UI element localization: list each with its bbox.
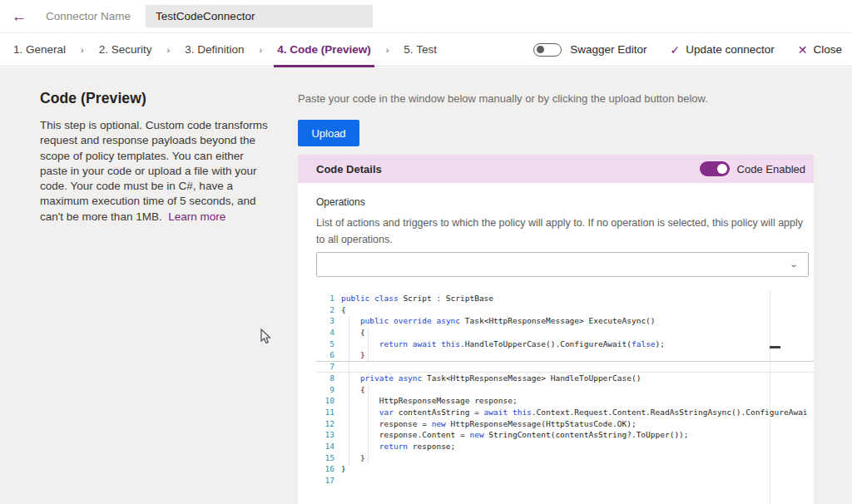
code-line: 3 public override async Task<HttpRespons… [316, 315, 814, 327]
update-connector-button[interactable]: ✓ Update connector [670, 43, 774, 57]
chevron-down-icon: ⌄ [790, 259, 808, 269]
chevron-right-icon: › [81, 45, 84, 55]
page-body: Code (Preview) This step is optional. Cu… [0, 67, 852, 504]
tab-definition[interactable]: 3. Definition [181, 35, 247, 67]
swagger-editor-toggle[interactable] [533, 43, 562, 57]
code-details-header: Code Details Code Enabled [298, 155, 814, 183]
upload-button[interactable]: Upload [298, 120, 359, 146]
chevron-right-icon: › [167, 45, 171, 55]
learn-more-link[interactable]: Learn more [168, 210, 225, 223]
code-line: 4 { [316, 327, 814, 338]
code-lines: 1public class Script : ScriptBase2{3 pub… [316, 293, 814, 487]
code-line: 7 [316, 361, 814, 373]
operations-description: List of actions and triggers to which th… [316, 215, 810, 248]
tab-test[interactable]: 5. Test [400, 35, 440, 67]
editor-cursor-marker [770, 346, 780, 348]
code-line: 10 HttpResponseMessage response; [316, 395, 814, 407]
step-description: This step is optional. Custom code trans… [40, 118, 270, 225]
swagger-editor-label: Swagger Editor [570, 43, 646, 56]
code-line: 17 [316, 475, 814, 487]
code-enabled-label: Code Enabled [737, 163, 805, 175]
close-button[interactable]: ✕ Close [798, 43, 842, 57]
code-editor[interactable]: 1public class Script : ScriptBase2{3 pub… [316, 290, 814, 504]
connector-name-label: Connector Name [46, 10, 131, 22]
wizard-nav: 1. General›2. Security›3. Definition›4. … [0, 33, 852, 67]
page-title: Code (Preview) [40, 90, 270, 107]
code-line: 12 response = new HttpResponseMessage(Ht… [316, 418, 814, 430]
back-arrow-icon[interactable]: ← [0, 7, 38, 26]
code-line: 1public class Script : ScriptBase [316, 293, 814, 304]
code-line: 8 private async Task<HttpResponseMessage… [316, 373, 814, 384]
top-bar: ← Connector Name [0, 0, 852, 33]
operations-label: Operations [316, 196, 365, 208]
code-line: 13 response.Content = new StringContent(… [316, 429, 814, 441]
tab-code-preview[interactable]: 4. Code (Preview) [274, 35, 374, 67]
tab-security[interactable]: 2. Security [96, 35, 156, 67]
toggle-knob [537, 46, 544, 53]
code-line: 16} [316, 463, 814, 475]
code-line: 5 return await this.HandleToUpperCase().… [316, 338, 814, 350]
chevron-right-icon: › [259, 45, 262, 55]
toggle-knob [717, 164, 727, 174]
code-line: 14 return response; [316, 441, 814, 452]
paste-instructions: Paste your code in the window below manu… [298, 92, 708, 105]
code-line: 6 } [316, 349, 814, 361]
wizard-steps: 1. General›2. Security›3. Definition›4. … [10, 33, 440, 66]
code-line: 11 var contentAsString = await this.Cont… [316, 407, 814, 418]
chevron-right-icon: › [386, 45, 389, 55]
checkmark-icon: ✓ [670, 43, 680, 57]
code-line: 15 } [316, 452, 814, 464]
code-line: 2{ [316, 304, 814, 316]
code-details-title: Code Details [316, 163, 382, 175]
step-description-panel: Code (Preview) This step is optional. Cu… [40, 90, 270, 225]
close-icon: ✕ [798, 43, 808, 57]
tab-general[interactable]: 1. General [10, 35, 69, 67]
main-content: Paste your code in the window below manu… [298, 67, 814, 504]
connector-name-input[interactable] [146, 5, 373, 27]
code-enabled-toggle[interactable] [700, 161, 730, 176]
code-line: 9 { [316, 384, 814, 396]
operations-dropdown[interactable]: ⌄ [316, 252, 809, 277]
code-details-body: Operations List of actions and triggers … [298, 183, 814, 504]
